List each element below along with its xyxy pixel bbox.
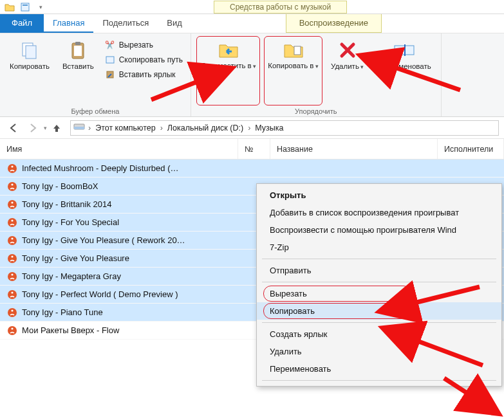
file-name: Tony Igy - Brittanik 2014 [22,199,111,209]
context-menu: Открыть Добавить в список воспроизведени… [256,183,502,387]
svg-rect-3 [26,46,36,59]
scissors-icon: ✂️ [105,40,115,50]
paste-button[interactable]: Вставить [58,36,98,105]
svg-point-31 [11,309,13,311]
delete-label: Удалить [331,62,364,71]
tab-home[interactable]: Главная [44,14,93,33]
drive-small-icon [73,122,85,133]
svg-point-18 [8,200,17,209]
svg-point-29 [11,291,13,293]
move-to-label: Переместить в [200,62,256,70]
rename-button[interactable]: Переименовать [372,36,435,105]
file-name: Tony Igy - Give You Pleasure ( Rework 20… [22,235,185,245]
svg-point-14 [8,164,17,173]
tab-share[interactable]: Поделиться [93,14,158,33]
move-to-icon [218,39,239,60]
column-name[interactable]: Имя [0,139,238,159]
ctx-separator [262,322,496,323]
move-to-button[interactable]: Переместить в [196,36,260,105]
tab-playback[interactable]: Воспроизведение [286,14,382,33]
address-bar[interactable]: › Этот компьютер › Локальный диск (D:) ›… [70,120,499,136]
rename-label: Переименовать [377,62,431,71]
headphones-icon [6,181,18,192]
svg-point-20 [8,218,17,227]
ribbon-group-organize: Переместить в Копировать в Удалить Переи… [191,33,442,116]
file-name: Tony Igy - Megaptera Gray [22,271,121,281]
column-no[interactable]: № [238,139,270,159]
ctx-cut[interactable]: Вырезать [257,285,501,302]
ctx-copy[interactable]: Копировать [257,302,501,320]
svg-point-25 [11,255,13,257]
chevron-right-icon[interactable]: › [158,123,165,132]
nav-back-button[interactable] [5,120,22,136]
file-name: Tony Igy - BoomBoX [22,181,98,191]
ctx-separator [262,259,496,259]
ribbon-group-clipboard: Копировать Вставить ✂️ Вырезать Скопиров… [0,33,191,116]
headphones-icon [6,163,18,174]
svg-rect-6 [75,42,80,45]
file-name: Мои Ракеты Вверх - Flow [22,325,119,335]
svg-point-15 [11,165,13,167]
svg-rect-0 [21,3,29,11]
chevron-right-icon[interactable]: › [246,123,252,132]
breadcrumb-drive[interactable]: Локальный диск (D:) [166,123,245,132]
ctx-7zip[interactable]: 7-Zip [257,239,501,256]
copy-button[interactable]: Копировать [5,36,54,105]
paste-shortcut-label: Вставить ярлык [119,70,176,79]
properties-icon[interactable] [19,1,31,13]
nav-forward-button[interactable] [24,120,41,136]
ctx-rename[interactable]: Переименовать [257,360,501,378]
ctx-delete[interactable]: Удалить [257,343,501,360]
ribbon: Копировать Вставить ✂️ Вырезать Скопиров… [0,33,504,117]
chevron-right-icon[interactable]: › [86,123,93,132]
column-artist[interactable]: Исполнители [438,139,504,159]
nav-up-button[interactable] [50,121,64,135]
qat-dropdown-icon[interactable]: ▾ [35,1,46,13]
context-tab-container: Средства работы с музыкой [214,3,347,12]
svg-point-27 [11,273,13,275]
ctx-open[interactable]: Открыть [257,187,501,204]
headphones-icon [6,217,18,228]
ctx-play-with[interactable]: Воспроизвести с помощью проигрывателя Wi… [257,221,501,239]
tab-view[interactable]: Вид [158,14,191,33]
svg-point-33 [11,327,13,329]
copy-path-button[interactable]: Скопировать путь [102,53,185,66]
copy-label: Копировать [10,62,50,71]
breadcrumb-root[interactable]: Этот компьютер [94,123,156,132]
copy-path-label: Скопировать путь [119,55,183,64]
svg-point-26 [8,272,17,281]
column-headers: Имя № Название Исполнители [0,139,504,160]
file-name: Tony Igy - Perfect World ( Demo Preview … [22,289,178,299]
copy-path-icon [105,55,115,65]
svg-point-23 [11,237,13,239]
headphones-icon [6,253,18,264]
headphones-icon [6,289,18,300]
headphones-icon [6,325,18,336]
paste-icon [67,39,89,61]
svg-point-24 [8,254,17,263]
svg-point-21 [11,219,13,221]
ctx-create-shortcut[interactable]: Создать ярлык [257,325,501,343]
ctx-send-to[interactable]: Отправить [257,262,501,279]
file-row[interactable]: Infected Mushroom - Deeply Disturbed (… [0,160,504,178]
nav-history-dropdown-icon[interactable]: ▾ [44,125,47,131]
context-tab-music-tools: Средства работы с музыкой [214,1,347,14]
quick-access-toolbar: ▾ [0,1,46,13]
headphones-icon [6,199,18,210]
copy-icon [19,39,41,61]
navigation-bar: ▾ › Этот компьютер › Локальный диск (D:)… [0,117,504,139]
organize-group-label: Упорядочить [196,105,436,115]
delete-button[interactable]: Удалить [326,36,368,105]
file-name: Tony Igy - Give You Pleasure [22,253,129,263]
titlebar: ▾ Средства работы с музыкой [0,0,504,14]
tab-file[interactable]: Файл [0,14,44,33]
rename-icon [393,39,415,61]
svg-point-16 [8,182,17,191]
copy-to-button[interactable]: Копировать в [264,36,322,105]
column-title[interactable]: Название [270,139,438,159]
cut-button[interactable]: ✂️ Вырезать [102,39,185,51]
ctx-add-to-playlist[interactable]: Добавить в список воспроизведения проигр… [257,204,501,221]
paste-shortcut-button[interactable]: Вставить ярлык [102,68,185,81]
breadcrumb-folder[interactable]: Музыка [254,123,285,132]
folder-small-icon [4,1,15,13]
